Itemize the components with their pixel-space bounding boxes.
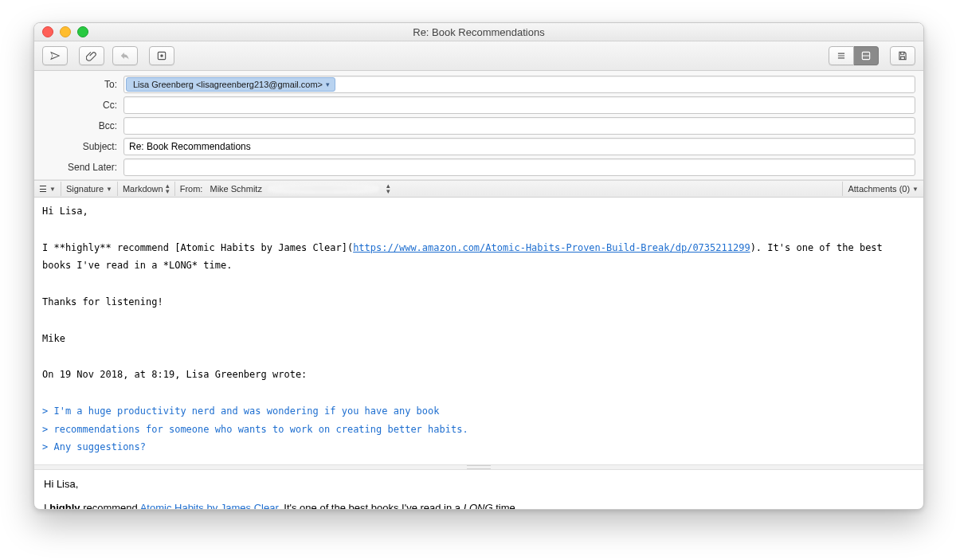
send-later-label: Send Later: <box>42 162 123 173</box>
bcc-label: Bcc: <box>42 120 123 131</box>
grip-icon <box>467 465 491 469</box>
pane-splitter[interactable] <box>34 464 923 470</box>
zoom-window-button[interactable] <box>77 26 88 37</box>
raw-line: I **highly** recommend [Atomic Habits by… <box>42 242 353 253</box>
editor-toolbar: ☰▼ Signature ▼ Markdown ▴▾ From: Mike Sc… <box>34 180 923 198</box>
from-value: Mike Schmitz <box>210 184 261 194</box>
to-label: To: <box>42 79 123 90</box>
subject-label: Subject: <box>42 141 123 152</box>
cc-label: Cc: <box>42 100 123 111</box>
preview-icon <box>156 50 167 61</box>
list-icon: ☰ <box>39 184 47 194</box>
svg-point-1 <box>160 54 163 57</box>
view-preview-button[interactable] <box>854 46 879 65</box>
format-label: Markdown <box>123 184 163 194</box>
paperclip-icon <box>86 50 97 61</box>
reply-arrow-icon <box>120 50 131 61</box>
compose-window: Re: Book Recommendations <box>33 22 924 510</box>
recipient-chip-text: Lisa Greenberg <lisagreenberg213@gmail.c… <box>133 80 323 89</box>
editor-body: Hi Lisa, I **highly** recommend [Atomic … <box>34 198 923 509</box>
stepper-icon: ▴▾ <box>166 183 170 194</box>
minimize-window-button[interactable] <box>60 26 71 37</box>
cc-field[interactable] <box>123 96 915 114</box>
to-field[interactable]: Lisa Greenberg <lisagreenberg213@gmail.c… <box>123 76 915 93</box>
close-window-button[interactable] <box>42 26 53 37</box>
from-address-obscured <box>268 184 379 194</box>
stepper-icon: ▴▾ <box>386 183 390 194</box>
chevron-down-icon: ▾ <box>326 80 330 88</box>
raw-line: Hi Lisa, <box>42 206 88 217</box>
list-format-button[interactable]: ☰▼ <box>34 182 61 196</box>
markdown-source-pane[interactable]: Hi Lisa, I **highly** recommend [Atomic … <box>34 198 923 464</box>
raw-quote-line: > I'm a huge productivity nerd and was w… <box>42 405 440 417</box>
send-later-field[interactable] <box>123 159 915 176</box>
titlebar: Re: Book Recommendations <box>34 23 923 41</box>
raw-line: Mike <box>42 333 65 344</box>
signature-label: Signature <box>66 184 104 194</box>
chevron-down-icon: ▼ <box>49 186 56 193</box>
list-icon <box>836 50 847 61</box>
from-label: From: <box>180 184 203 194</box>
from-dropdown[interactable]: From: Mike Schmitz ▴▾ <box>175 182 844 196</box>
window-title: Re: Book Recommendations <box>34 26 923 38</box>
send-button[interactable] <box>42 46 68 65</box>
main-toolbar <box>34 41 923 71</box>
preview-line: I highly recommend Atomic Habits by Jame… <box>44 500 914 509</box>
save-icon <box>897 50 908 61</box>
save-draft-button[interactable] <box>890 46 915 65</box>
preview-line: Hi Lisa, <box>44 476 914 492</box>
chevron-down-icon: ▼ <box>912 186 919 193</box>
italic-text: LONG <box>464 502 493 509</box>
message-headers: To: Lisa Greenberg <lisagreenberg213@gma… <box>34 71 923 180</box>
attachments-label: Attachments (0) <box>848 184 910 194</box>
attachment-button[interactable] <box>79 46 104 65</box>
raw-line: On 19 Nov 2018, at 8:19, Lisa Greenberg … <box>42 369 307 380</box>
raw-line: Thanks for listening! <box>42 296 163 307</box>
paper-plane-icon <box>49 50 61 61</box>
raw-quote-line: > recommendations for someone who wants … <box>42 424 468 435</box>
signature-dropdown[interactable]: Signature ▼ <box>61 182 118 196</box>
attachments-dropdown[interactable]: Attachments (0) ▼ <box>843 182 923 196</box>
subject-field[interactable]: Re: Book Recommendations <box>123 138 915 155</box>
recipient-chip[interactable]: Lisa Greenberg <lisagreenberg213@gmail.c… <box>126 77 335 92</box>
bcc-field[interactable] <box>123 117 915 135</box>
split-view-icon <box>860 50 872 61</box>
format-dropdown[interactable]: Markdown ▴▾ <box>118 182 175 196</box>
rendered-preview-pane: Hi Lisa, I highly recommend Atomic Habit… <box>34 470 923 509</box>
subject-value: Re: Book Recommendations <box>129 141 251 152</box>
preview-button[interactable] <box>149 46 174 65</box>
raw-url: https://www.amazon.com/Atomic-Habits-Pro… <box>353 242 750 253</box>
view-headers-button[interactable] <box>829 46 854 65</box>
raw-quote-line: > Any suggestions? <box>42 441 146 452</box>
view-mode-segment <box>829 46 879 65</box>
book-link[interactable]: Atomic Habits by James Clear <box>140 502 278 509</box>
bold-text: highly <box>49 502 80 509</box>
reply-button[interactable] <box>112 46 138 65</box>
chevron-down-icon: ▼ <box>106 186 112 193</box>
